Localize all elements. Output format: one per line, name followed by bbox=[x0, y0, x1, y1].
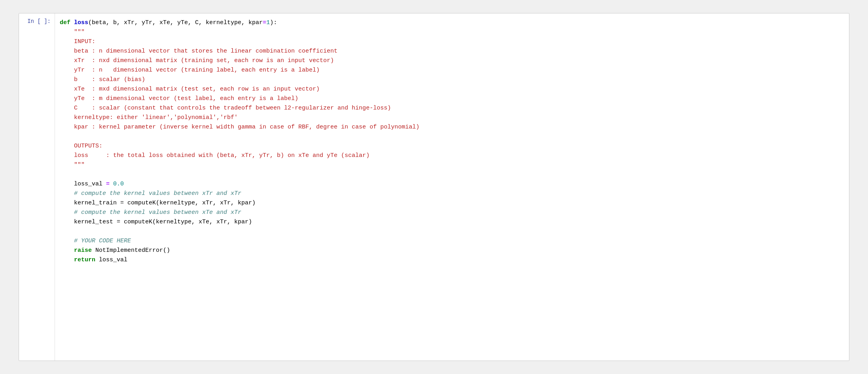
code-token: # YOUR CODE HERE bbox=[60, 238, 131, 244]
code-line: kpar : kernel parameter (inverse kernel … bbox=[60, 123, 843, 132]
code-token: NotImplementedError() bbox=[95, 247, 170, 254]
code-token: raise bbox=[60, 247, 95, 254]
code-line: beta : n dimensional vector that stores … bbox=[60, 47, 843, 56]
code-line bbox=[60, 170, 843, 179]
code-token: C : scalar (constant that controls the t… bbox=[60, 105, 391, 111]
code-line: xTr : nxd dimensional matrix (training s… bbox=[60, 56, 843, 66]
code-line: loss_val = 0.0 bbox=[60, 179, 843, 189]
code-line: kernel_test = computeK(kerneltype, xTe, … bbox=[60, 217, 843, 227]
code-token: INPUT: bbox=[60, 38, 95, 45]
code-line: kerneltype: either 'linear','polynomial'… bbox=[60, 113, 843, 123]
cell-prompt: In [ ]: bbox=[19, 13, 55, 361]
code-token: loss_val bbox=[99, 257, 127, 263]
code-line: INPUT: bbox=[60, 37, 843, 47]
code-line: # compute the kernel values between xTr … bbox=[60, 189, 843, 198]
code-token: ): bbox=[270, 19, 277, 26]
code-line: # YOUR CODE HERE bbox=[60, 236, 843, 246]
code-token: = bbox=[263, 19, 266, 26]
code-line: """ bbox=[60, 28, 843, 37]
code-token: yTr : n dimensional vector (training lab… bbox=[60, 67, 320, 74]
code-line: raise NotImplementedError() bbox=[60, 246, 843, 255]
code-token: return bbox=[60, 257, 99, 263]
code-token: loss : the total loss obtained with (bet… bbox=[60, 152, 370, 159]
code-line: C : scalar (constant that controls the t… bbox=[60, 104, 843, 113]
code-block: def loss(beta, b, xTr, yTr, xTe, yTe, C,… bbox=[60, 18, 843, 265]
code-line: b : scalar (bias) bbox=[60, 75, 843, 85]
code-token: def bbox=[60, 19, 74, 26]
code-token: kernel_train = computeK(kerneltype, xTr,… bbox=[60, 200, 256, 206]
code-token: xTe : mxd dimensional matrix (test set, … bbox=[60, 86, 320, 93]
code-line: yTr : n dimensional vector (training lab… bbox=[60, 66, 843, 75]
code-token: b : scalar (bias) bbox=[60, 76, 145, 83]
code-token: kernel_test = computeK(kerneltype, xTe, … bbox=[60, 219, 252, 225]
notebook-cell: In [ ]: def loss(beta, b, xTr, yTr, xTe,… bbox=[19, 13, 849, 361]
code-token: = bbox=[106, 181, 110, 187]
code-token: kpar : kernel parameter (inverse kernel … bbox=[60, 124, 419, 130]
code-token: OUTPUTS: bbox=[60, 143, 102, 149]
code-line: def loss(beta, b, xTr, yTr, xTe, yTe, C,… bbox=[60, 18, 843, 28]
code-line: yTe : m dimensional vector (test label, … bbox=[60, 94, 843, 104]
code-line: # compute the kernel values between xTe … bbox=[60, 208, 843, 217]
code-token: (beta, b, xTr, yTr, xTe, yTe, C, kernelt… bbox=[88, 19, 263, 26]
code-line bbox=[60, 227, 843, 236]
code-token: kerneltype: either 'linear','polynomial'… bbox=[60, 114, 238, 121]
cell-content[interactable]: def loss(beta, b, xTr, yTr, xTe, yTe, C,… bbox=[55, 13, 849, 361]
code-token: # compute the kernel values between xTr … bbox=[60, 190, 241, 197]
code-line: OUTPUTS: bbox=[60, 142, 843, 151]
code-token bbox=[110, 181, 113, 187]
code-line: """ bbox=[60, 161, 843, 170]
code-line: loss : the total loss obtained with (bet… bbox=[60, 151, 843, 161]
code-token: 0.0 bbox=[113, 181, 124, 187]
code-token: loss_val bbox=[60, 181, 106, 187]
code-token: """ bbox=[60, 162, 85, 168]
prompt-text: In [ ]: bbox=[27, 18, 51, 25]
code-token: loss bbox=[74, 19, 88, 26]
code-token: 1 bbox=[266, 19, 270, 26]
code-line: kernel_train = computeK(kerneltype, xTr,… bbox=[60, 198, 843, 208]
code-line: xTe : mxd dimensional matrix (test set, … bbox=[60, 85, 843, 94]
code-token: yTe : m dimensional vector (test label, … bbox=[60, 95, 298, 102]
code-line: return loss_val bbox=[60, 255, 843, 265]
code-token: beta : n dimensional vector that stores … bbox=[60, 48, 337, 55]
code-token: """ bbox=[60, 29, 85, 36]
code-token: xTr : nxd dimensional matrix (training s… bbox=[60, 57, 334, 64]
code-line bbox=[60, 132, 843, 142]
code-token: # compute the kernel values between xTe … bbox=[60, 209, 241, 216]
